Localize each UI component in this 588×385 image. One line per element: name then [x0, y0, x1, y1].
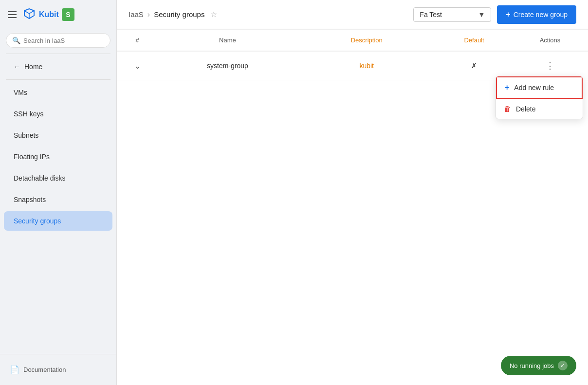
breadcrumb-separator: › — [147, 10, 150, 19]
topbar: IaaS › Security groups ☆ Fa Test ▼ + Cre… — [117, 0, 588, 29]
service-logo: S — [62, 8, 74, 21]
tenant-name: Fa Test — [420, 11, 442, 18]
sidebar-item-security-groups[interactable]: Security groups — [4, 211, 112, 231]
search-input[interactable] — [23, 37, 104, 44]
no-jobs-label: No running jobs — [510, 362, 554, 369]
back-arrow-icon: ← — [14, 63, 20, 71]
col-header-default: Default — [436, 30, 512, 52]
sidebar-item-home[interactable]: ← Home — [4, 57, 112, 76]
row-expand-cell: ⌄ — [117, 51, 158, 80]
no-running-jobs-badge[interactable]: No running jobs ✓ — [501, 356, 576, 375]
sidebar-item-subnets[interactable]: Subnets — [4, 126, 112, 145]
breadcrumb: IaaS › Security groups ☆ — [129, 10, 217, 19]
col-header-description: Description — [297, 30, 436, 52]
plus-icon: + — [506, 10, 510, 19]
security-groups-table: # Name Description Default Actions ⌄ sys… — [117, 29, 588, 80]
status-bar: No running jobs ✓ — [501, 356, 576, 375]
actions-dropdown-menu: + Add new rule 🗑 Delete — [496, 76, 583, 119]
divider-top — [6, 54, 110, 54]
kubit-logo-text: Kubit — [39, 10, 59, 19]
sidebar-item-label-subnets: Subnets — [14, 131, 38, 139]
documentation-link[interactable]: 📄 Documentation — [6, 360, 110, 379]
delete-label: Delete — [516, 105, 535, 113]
search-box[interactable]: 🔍 — [6, 33, 110, 48]
delete-item[interactable]: 🗑 Delete — [496, 99, 583, 119]
kubit-logo-icon — [22, 8, 36, 21]
expand-row-button[interactable]: ⌄ — [131, 60, 144, 72]
divider-home — [6, 79, 110, 80]
sidebar-item-label-ssh: SSH keys — [14, 110, 43, 118]
col-header-name: Name — [158, 30, 297, 52]
table-row: ⌄ system-group kubit ✗ ⋮ + Add new rule — [117, 51, 588, 80]
main-content: IaaS › Security groups ☆ Fa Test ▼ + Cre… — [117, 0, 588, 385]
sidebar-item-snapshots[interactable]: Snapshots — [4, 190, 112, 209]
topbar-right: Fa Test ▼ + Create new group — [413, 5, 576, 24]
search-icon: 🔍 — [12, 37, 20, 44]
sidebar-item-label-home: Home — [24, 63, 42, 71]
check-circle-icon: ✓ — [558, 361, 568, 370]
sidebar-item-detachable-disks[interactable]: Detachable disks — [4, 168, 112, 188]
sidebar-header: Kubit S — [0, 0, 116, 29]
row-actions-cell: ⋮ + Add new rule 🗑 Delete — [512, 51, 588, 80]
sidebar-item-label-snapshots: Snapshots — [14, 196, 46, 203]
breadcrumb-parent[interactable]: IaaS — [129, 10, 144, 18]
logo-area: Kubit S — [22, 8, 74, 21]
content-area: # Name Description Default Actions ⌄ sys… — [117, 29, 588, 385]
favorite-star-icon[interactable]: ☆ — [210, 10, 217, 19]
row-name-cell: system-group — [158, 51, 297, 80]
breadcrumb-current: Security groups — [154, 10, 204, 18]
create-new-group-button[interactable]: + Create new group — [497, 5, 576, 24]
sidebar-item-label-vms: VMs — [14, 89, 27, 96]
row-description-cell: kubit — [297, 51, 436, 80]
sidebar-item-ssh-keys[interactable]: SSH keys — [4, 104, 112, 124]
sidebar-item-vms[interactable]: VMs — [4, 83, 112, 102]
documentation-label: Documentation — [23, 366, 66, 373]
nav-bottom: 📄 Documentation — [0, 354, 116, 385]
row-actions-button[interactable]: ⋮ — [542, 59, 558, 72]
hamburger-button[interactable] — [6, 9, 18, 20]
add-rule-icon: + — [505, 83, 509, 92]
add-rule-label: Add new rule — [514, 84, 554, 92]
sidebar: Kubit S 🔍 ← Home VMs SSH keys Subnets Fl… — [0, 0, 117, 385]
table-body: ⌄ system-group kubit ✗ ⋮ + Add new rule — [117, 51, 588, 80]
col-header-number: # — [117, 30, 158, 52]
table-container: # Name Description Default Actions ⌄ sys… — [117, 29, 588, 80]
create-button-label: Create new group — [514, 11, 568, 18]
add-new-rule-item[interactable]: + Add new rule — [496, 76, 583, 99]
dropdown-arrow-icon: ▼ — [478, 11, 485, 18]
nav-spacer — [0, 232, 116, 354]
tenant-selector[interactable]: Fa Test ▼ — [413, 7, 491, 22]
sidebar-item-label-floating-ips: Floating IPs — [14, 153, 50, 161]
doc-icon: 📄 — [10, 365, 19, 374]
sidebar-item-floating-ips[interactable]: Floating IPs — [4, 147, 112, 166]
table-header: # Name Description Default Actions — [117, 30, 588, 52]
sidebar-item-label-security-groups: Security groups — [14, 217, 61, 225]
sidebar-item-label-detachable-disks: Detachable disks — [14, 174, 66, 182]
delete-icon: 🗑 — [504, 105, 511, 113]
col-header-actions: Actions — [512, 30, 588, 52]
